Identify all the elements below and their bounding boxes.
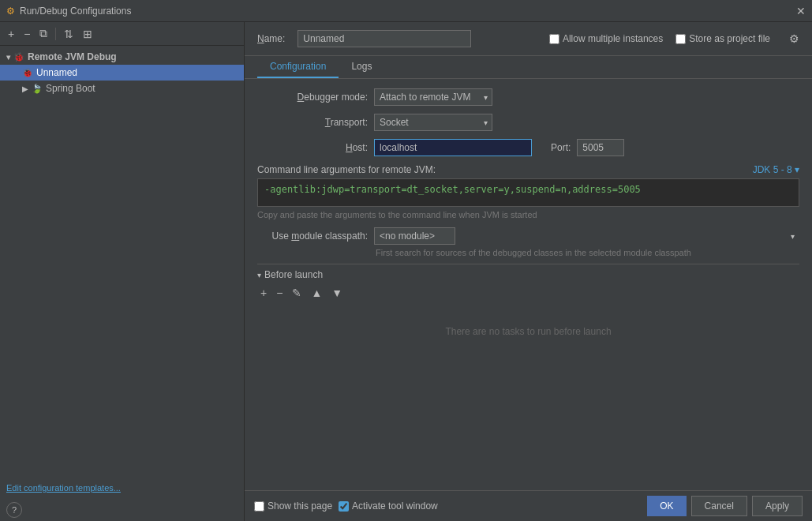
tree-item-label: Spring Boot	[46, 83, 95, 94]
remove-button[interactable]: −	[21, 26, 33, 42]
cmd-args-header: Command line arguments for remote JVM: J…	[257, 164, 799, 175]
before-launch-title: Before launch	[264, 269, 323, 280]
module-classpath-hint: First search for sources of the debugged…	[257, 248, 799, 257]
expand-arrow: ▶	[22, 84, 28, 93]
module-select-wrapper: <no module> ▾	[374, 227, 799, 245]
main-container: + − ⧉ ⇅ ⊞ ▾ 🐞 Remote JVM Debug 🐞 Unnamed…	[0, 22, 812, 521]
header-checkboxes: Allow multiple instances Store as projec…	[549, 32, 799, 45]
tab-logs[interactable]: Logs	[339, 56, 384, 78]
before-launch-toolbar: + − ✎ ▲ ▼	[257, 283, 799, 302]
no-tasks-label: There are no tasks to run before launch	[257, 302, 799, 361]
port-input[interactable]	[577, 139, 624, 156]
expand-arrow: ▾	[6, 53, 10, 62]
tab-configuration[interactable]: Configuration	[257, 56, 339, 78]
edit-templates-link[interactable]: Edit configuration templates...	[0, 477, 244, 499]
cancel-button[interactable]: Cancel	[691, 496, 747, 516]
debugger-mode-select[interactable]: Attach to remote JVM Listen to remote JV…	[374, 88, 492, 106]
ok-button[interactable]: OK	[647, 496, 686, 516]
separator	[55, 28, 56, 40]
copy-button[interactable]: ⧉	[36, 25, 51, 42]
port-label: Port:	[551, 142, 571, 153]
cmd-args-box: -agentlib:jdwp=transport=dt_socket,serve…	[257, 178, 799, 207]
spring-boot-icon: 🍃	[32, 84, 43, 94]
right-header: Name: Allow multiple instances Store as …	[245, 22, 812, 56]
debug-icon: 🐞	[13, 52, 24, 62]
transport-label: Transport:	[257, 117, 368, 128]
cmd-args-hint: Copy and paste the arguments to the comm…	[257, 210, 799, 219]
module-classpath-label: Use module classpath:	[257, 231, 368, 242]
before-launch-section: ▾ Before launch + − ✎ ▲ ▼ There are no t…	[257, 264, 799, 361]
module-select-arrow-icon: ▾	[791, 232, 795, 241]
close-button[interactable]: ✕	[796, 5, 806, 17]
before-launch-up-button[interactable]: ▲	[308, 285, 325, 301]
before-launch-add-button[interactable]: +	[257, 285, 270, 301]
move-button[interactable]: ⇅	[61, 26, 77, 42]
action-buttons: OK Cancel Apply	[647, 496, 803, 516]
before-launch-edit-button[interactable]: ✎	[289, 285, 305, 301]
tree-item-unnamed[interactable]: 🐞 Unnamed	[0, 65, 244, 81]
debugger-mode-row: Debugger mode: Attach to remote JVM List…	[257, 88, 799, 106]
cmd-args-label: Command line arguments for remote JVM:	[257, 164, 436, 175]
allow-multiple-label: Allow multiple instances	[563, 33, 663, 44]
transport-select[interactable]: Socket Shared memory	[374, 114, 492, 131]
tree-item-label: Unnamed	[36, 67, 77, 78]
tabs: Configuration Logs	[245, 56, 812, 79]
name-label: Name:	[257, 33, 285, 44]
title-bar-icon: ⚙	[6, 6, 15, 17]
show-page-checkbox[interactable]: Show this page	[254, 500, 332, 512]
show-page-label: Show this page	[268, 500, 332, 512]
tree-item-label: Remote JVM Debug	[28, 51, 117, 62]
apply-button[interactable]: Apply	[752, 496, 803, 516]
host-label: Host:	[257, 142, 368, 153]
show-page-row: Show this page Activate tool window	[254, 500, 641, 512]
cmd-args-section: Command line arguments for remote JVM: J…	[257, 164, 799, 219]
left-panel: + − ⧉ ⇅ ⊞ ▾ 🐞 Remote JVM Debug 🐞 Unnamed…	[0, 22, 245, 521]
config-content: Debugger mode: Attach to remote JVM List…	[245, 79, 812, 490]
host-input[interactable]	[374, 139, 532, 156]
before-launch-down-button[interactable]: ▼	[328, 285, 346, 301]
tree-item-spring-boot[interactable]: ▶ 🍃 Spring Boot	[0, 81, 244, 96]
name-input[interactable]	[297, 30, 471, 47]
show-page-input[interactable]	[254, 501, 264, 512]
tree-item-remote-jvm-debug[interactable]: ▾ 🐞 Remote JVM Debug	[0, 49, 244, 65]
transport-row: Transport: Socket Shared memory ▾	[257, 114, 799, 131]
module-classpath-row: Use module classpath: <no module> ▾	[257, 227, 799, 245]
jdk-selector[interactable]: JDK 5 - 8 ▾	[753, 164, 799, 175]
debugger-mode-wrapper: Attach to remote JVM Listen to remote JV…	[374, 88, 492, 106]
title-bar-title: Run/Debug Configurations	[20, 6, 796, 17]
right-panel: Name: Allow multiple instances Store as …	[245, 22, 812, 521]
toolbar: + − ⧉ ⇅ ⊞	[0, 22, 244, 46]
host-port-row: Host: Port:	[257, 139, 799, 156]
gear-icon[interactable]: ⚙	[789, 32, 799, 45]
debug-icon: 🐞	[22, 68, 33, 78]
sort-button[interactable]: ⊞	[80, 26, 95, 42]
transport-wrapper: Socket Shared memory ▾	[374, 114, 492, 131]
bottom-bar: Show this page Activate tool window OK C…	[245, 490, 812, 521]
allow-multiple-checkbox[interactable]: Allow multiple instances	[549, 33, 663, 44]
collapse-arrow-icon: ▾	[257, 271, 261, 279]
before-launch-header[interactable]: ▾ Before launch	[257, 264, 799, 283]
allow-multiple-input[interactable]	[549, 34, 559, 44]
activate-tool-window-label: Activate tool window	[352, 500, 438, 512]
store-as-project-label: Store as project file	[689, 33, 770, 44]
module-classpath-select[interactable]: <no module>	[374, 227, 455, 245]
tree-area: ▾ 🐞 Remote JVM Debug 🐞 Unnamed ▶ 🍃 Sprin…	[0, 46, 244, 264]
add-button[interactable]: +	[5, 26, 17, 42]
left-bottom: ?	[0, 499, 244, 521]
activate-tool-window-checkbox[interactable]: Activate tool window	[339, 500, 438, 512]
before-launch-remove-button[interactable]: −	[273, 285, 286, 301]
help-button[interactable]: ?	[6, 502, 22, 518]
activate-tool-window-input[interactable]	[339, 501, 349, 512]
title-bar: ⚙ Run/Debug Configurations ✕	[0, 0, 812, 22]
debugger-mode-label: Debugger mode:	[257, 92, 368, 103]
store-as-project-checkbox[interactable]: Store as project file	[675, 33, 770, 44]
store-as-project-input[interactable]	[675, 34, 686, 44]
